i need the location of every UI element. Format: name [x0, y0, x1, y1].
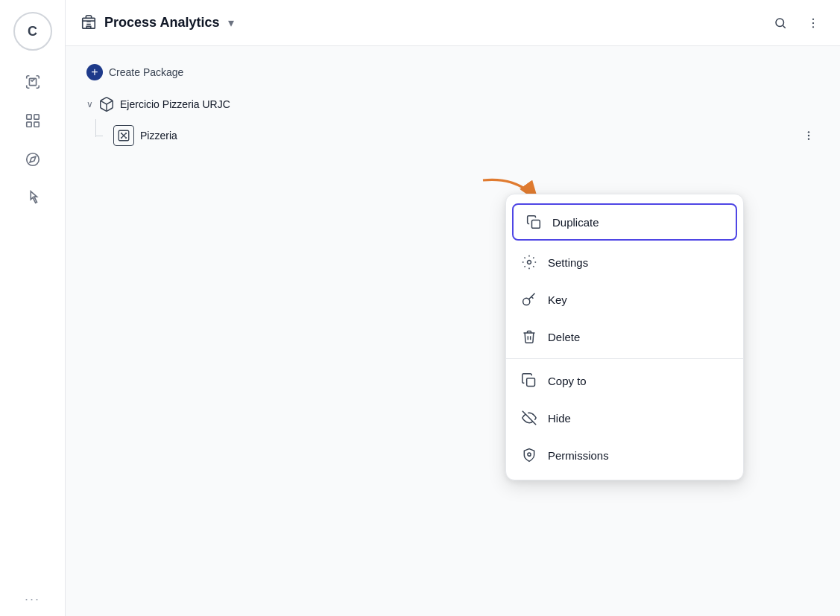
- search-icon: [774, 16, 787, 30]
- svg-point-17: [121, 133, 122, 134]
- menu-item-duplicate[interactable]: Duplicate: [512, 203, 737, 241]
- settings-label: Settings: [548, 256, 588, 269]
- sidebar-item-grid[interactable]: [16, 104, 49, 137]
- copy-to-label: Copy to: [548, 375, 587, 387]
- trash-icon: [521, 328, 537, 345]
- topbar-chevron-icon[interactable]: ▾: [228, 16, 234, 30]
- sidebar-item-scan[interactable]: [16, 66, 49, 98]
- svg-point-5: [26, 153, 39, 166]
- eye-off-icon: [521, 410, 537, 426]
- grid-icon: [25, 112, 41, 129]
- parent-label: Ejercicio Pizzeria URJC: [120, 98, 230, 110]
- svg-point-26: [528, 261, 531, 264]
- svg-point-10: [776, 19, 784, 27]
- context-menu: Duplicate Settings: [505, 194, 744, 480]
- key-label: Key: [548, 293, 567, 306]
- menu-item-key[interactable]: Key: [506, 281, 743, 318]
- svg-marker-6: [30, 156, 36, 162]
- svg-rect-0: [29, 78, 36, 85]
- key-icon: [521, 291, 537, 308]
- svg-line-11: [783, 25, 785, 28]
- pointer-icon: [25, 190, 41, 206]
- compass-icon: [25, 151, 41, 168]
- svg-point-30: [528, 453, 531, 456]
- svg-point-19: [121, 137, 122, 139]
- svg-point-20: [125, 137, 127, 139]
- svg-rect-9: [86, 26, 91, 28]
- tree-child-item[interactable]: Pizzeria: [104, 119, 828, 152]
- menu-item-copy-to[interactable]: Copy to: [506, 362, 743, 399]
- sidebar: C ...: [0, 0, 66, 616]
- svg-point-23: [808, 138, 809, 139]
- create-package-label: Create Package: [109, 66, 183, 78]
- three-dots-icon: [803, 130, 815, 142]
- svg-point-14: [812, 26, 814, 28]
- duplicate-icon: [525, 214, 542, 230]
- duplicate-label: Duplicate: [552, 216, 599, 229]
- sidebar-item-pointer[interactable]: [16, 182, 49, 215]
- svg-point-12: [812, 18, 814, 19]
- sidebar-more[interactable]: ...: [25, 588, 40, 604]
- topbar-actions: [768, 11, 825, 35]
- svg-rect-1: [26, 115, 31, 119]
- svg-point-18: [125, 133, 127, 134]
- svg-point-21: [808, 131, 809, 133]
- scan-icon: [25, 74, 41, 90]
- create-package-item[interactable]: + Create Package: [78, 58, 828, 86]
- menu-item-delete[interactable]: Delete: [506, 318, 743, 355]
- building-icon: [80, 13, 97, 33]
- create-package-icon: +: [86, 64, 103, 80]
- tree-container: + Create Package ∨ Ejercicio Pizzeria: [66, 58, 840, 152]
- tree-parent-item[interactable]: ∨ Ejercicio Pizzeria URJC: [78, 89, 828, 119]
- svg-point-27: [523, 298, 530, 305]
- sidebar-item-compass[interactable]: [16, 143, 49, 176]
- svg-point-22: [808, 135, 809, 136]
- child-more-button[interactable]: [798, 125, 819, 146]
- child-label: Pizzeria: [140, 130, 792, 142]
- more-vertical-icon: [806, 16, 820, 30]
- svg-point-13: [812, 22, 814, 23]
- menu-item-permissions[interactable]: Permissions: [506, 436, 743, 474]
- topbar: Process Analytics ▾: [66, 0, 840, 46]
- svg-rect-28: [527, 378, 535, 387]
- topbar-title: Process Analytics: [104, 15, 219, 31]
- svg-rect-4: [34, 122, 38, 127]
- copy-to-icon: [521, 372, 537, 389]
- menu-item-hide[interactable]: Hide: [506, 399, 743, 436]
- settings-icon: [521, 254, 537, 270]
- app-logo[interactable]: C: [13, 12, 52, 51]
- permissions-label: Permissions: [548, 449, 609, 462]
- svg-rect-3: [26, 122, 31, 127]
- search-button[interactable]: [768, 11, 792, 35]
- parent-chevron-icon: ∨: [86, 99, 93, 109]
- menu-divider: [506, 358, 743, 359]
- content-area: + Create Package ∨ Ejercicio Pizzeria: [66, 46, 840, 616]
- delete-label: Delete: [548, 331, 580, 343]
- package-icon: [98, 95, 116, 113]
- svg-rect-2: [34, 115, 38, 119]
- shield-icon: [521, 447, 537, 463]
- tree-children: Pizzeria: [78, 119, 828, 152]
- hide-label: Hide: [548, 412, 571, 425]
- process-icon: [113, 125, 134, 146]
- main-panel: Process Analytics ▾ +: [66, 0, 840, 616]
- more-menu-button[interactable]: [801, 11, 825, 35]
- menu-item-settings[interactable]: Settings: [506, 244, 743, 281]
- svg-rect-25: [532, 220, 540, 229]
- tree-group: ∨ Ejercicio Pizzeria URJC: [78, 89, 828, 152]
